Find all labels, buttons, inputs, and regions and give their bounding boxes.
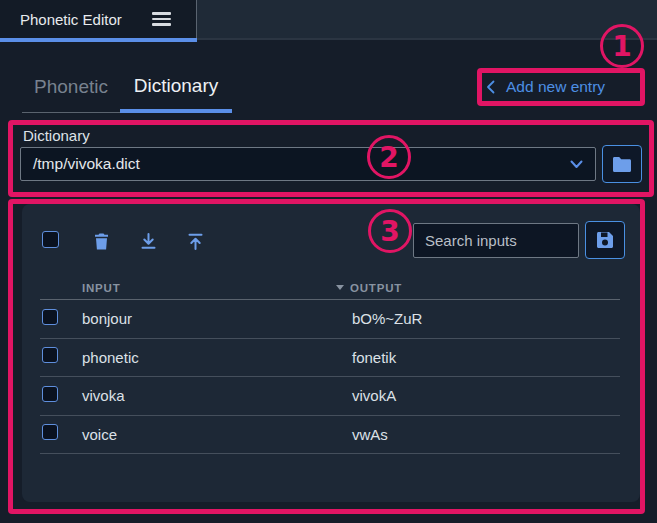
chevron-down-icon <box>570 160 583 169</box>
title-bar: Phonetic Editor <box>0 0 657 38</box>
table-row[interactable]: phonetic fonetik <box>40 339 620 378</box>
tab-phonetic-label: Phonetic <box>34 76 108 98</box>
column-header-output-label: OUTPUT <box>350 282 402 294</box>
add-new-entry-label: Add new entry <box>506 78 605 96</box>
row-input: vivoka <box>82 387 352 404</box>
dictionary-path-value: /tmp/vivoka.dict <box>33 155 570 173</box>
delete-entries-button[interactable] <box>88 228 114 254</box>
row-output: bO%~ZuR <box>352 310 620 327</box>
phonetic-editor-window: Phonetic Editor Phonetic Dictionary Add … <box>0 0 657 523</box>
upload-entries-button[interactable] <box>182 228 208 254</box>
tab-dictionary[interactable]: Dictionary <box>120 62 232 113</box>
dictionary-field-label: Dictionary <box>23 127 90 144</box>
folder-icon <box>612 156 632 172</box>
column-header-output[interactable]: OUTPUT <box>336 282 620 294</box>
save-icon <box>596 231 614 249</box>
download-icon <box>141 233 156 250</box>
view-tab-bar: Phonetic Dictionary <box>22 62 232 113</box>
table-body: bonjour bO%~ZuR phonetic fonetik vivoka … <box>40 300 620 454</box>
download-entries-button[interactable] <box>135 228 161 254</box>
chevron-left-icon <box>486 80 495 94</box>
window-tab-phonetic-editor[interactable]: Phonetic Editor <box>0 0 197 38</box>
add-new-entry-button[interactable]: Add new entry <box>486 73 605 101</box>
hamburger-menu-icon[interactable] <box>152 12 171 26</box>
window-title: Phonetic Editor <box>20 11 122 28</box>
active-window-tab-indicator <box>0 38 197 42</box>
select-all-checkbox[interactable] <box>42 231 59 248</box>
row-checkbox[interactable] <box>42 347 58 363</box>
upload-icon <box>188 233 203 250</box>
entries-panel: INPUT OUTPUT bonjour bO%~ZuR phonetic fo… <box>22 204 640 502</box>
column-header-input[interactable]: INPUT <box>82 282 352 294</box>
row-checkbox[interactable] <box>42 386 58 402</box>
open-dictionary-file-button[interactable] <box>602 145 642 183</box>
row-input: phonetic <box>82 349 352 366</box>
dictionary-path-select[interactable]: /tmp/vivoka.dict <box>20 147 596 181</box>
search-input[interactable] <box>413 223 579 258</box>
row-output: fonetik <box>352 349 620 366</box>
trash-icon <box>94 233 109 250</box>
save-dictionary-button[interactable] <box>585 221 625 259</box>
table-row[interactable]: voice vwAs <box>40 416 620 455</box>
title-bar-divider <box>197 38 657 40</box>
row-checkbox[interactable] <box>42 309 58 325</box>
table-header: INPUT OUTPUT <box>40 276 620 300</box>
row-input: bonjour <box>82 310 352 327</box>
tab-dictionary-label: Dictionary <box>134 75 218 97</box>
row-output: vwAs <box>352 426 620 443</box>
sort-descending-icon <box>336 285 344 290</box>
tab-phonetic[interactable]: Phonetic <box>22 62 120 113</box>
row-output: vivokA <box>352 387 620 404</box>
table-row[interactable]: bonjour bO%~ZuR <box>40 300 620 339</box>
row-checkbox[interactable] <box>42 424 58 440</box>
table-row[interactable]: vivoka vivokA <box>40 377 620 416</box>
row-input: voice <box>82 426 352 443</box>
